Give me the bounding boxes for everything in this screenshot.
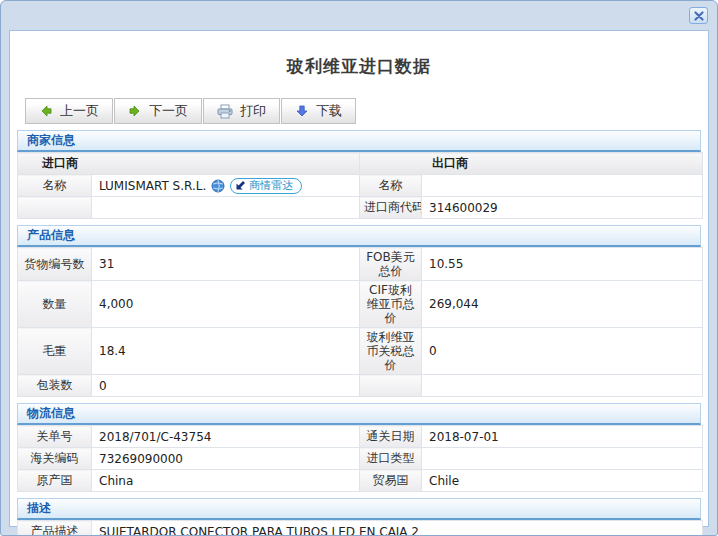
empty-label <box>360 375 422 397</box>
cif-total-label: CIF玻利维亚币总价 <box>360 281 422 328</box>
table-row: 毛重 18.4 玻利维亚币关税总价 0 <box>18 328 703 375</box>
empty-label <box>18 197 92 219</box>
clearance-date-label: 通关日期 <box>360 426 422 448</box>
importer-name-label: 名称 <box>18 175 92 197</box>
customs-no-label: 关单号 <box>18 426 92 448</box>
next-page-label: 下一页 <box>149 102 188 120</box>
table-row: 关单号 2018/701/C-43754 通关日期 2018-07-01 <box>18 426 703 448</box>
importer-header-cell: 进口商 <box>18 153 360 175</box>
product-table: 货物编号数 31 FOB美元总价 10.55 数量 4,000 CIF玻利维亚币… <box>17 247 703 397</box>
tariff-total-label: 玻利维亚币关税总价 <box>360 328 422 375</box>
trade-country-value: Chile <box>422 470 703 492</box>
print-button[interactable]: 打印 <box>203 98 280 124</box>
merchant-table: 进口商 出口商 名称 LUMISMART S.R.L. <box>17 152 703 219</box>
product-description-label: 产品描述 <box>18 521 92 536</box>
table-row: 产品描述 SUJETARDOR CONECTOR PARA TUBOS LED … <box>18 521 703 536</box>
description-table: 产品描述 SUJETARDOR CONECTOR PARA TUBOS LED … <box>17 520 703 536</box>
importer-name-cell: LUMISMART S.R.L. <box>92 175 360 197</box>
cargo-count-label: 货物编号数 <box>18 248 92 281</box>
radar-arrow-icon <box>235 180 246 191</box>
importer-code-value: 314600029 <box>422 197 703 219</box>
download-label: 下载 <box>316 102 342 120</box>
table-row: 包装数 0 <box>18 375 703 397</box>
exporter-name-value <box>422 175 703 197</box>
page-title: 玻利维亚进口数据 <box>10 55 708 78</box>
prev-page-button[interactable]: 上一页 <box>25 98 113 124</box>
table-row: 数量 4,000 CIF玻利维亚币总价 269,044 <box>18 281 703 328</box>
origin-country-value: China <box>92 470 360 492</box>
tariff-total-value: 0 <box>422 328 703 375</box>
hs-code-label: 海关编码 <box>18 448 92 470</box>
section-header-merchant: 商家信息 <box>17 130 701 152</box>
cif-total-value: 269,044 <box>422 281 703 328</box>
cargo-count-value: 31 <box>92 248 360 281</box>
origin-country-label: 原产国 <box>18 470 92 492</box>
trade-country-label: 贸易国 <box>360 470 422 492</box>
customs-no-value: 2018/701/C-43754 <box>92 426 360 448</box>
empty-value <box>422 375 703 397</box>
section-header-product: 产品信息 <box>17 225 701 247</box>
table-row: 进口商 出口商 <box>18 153 703 175</box>
logistics-table: 关单号 2018/701/C-43754 通关日期 2018-07-01 海关编… <box>17 425 703 492</box>
green-arrow-right-icon <box>128 104 142 118</box>
empty-value <box>92 197 360 219</box>
product-description-value: SUJETARDOR CONECTOR PARA TUBOS LED EN CA… <box>92 521 703 536</box>
importer-code-label: 进口商代码 <box>360 197 422 219</box>
hs-code-value: 73269090000 <box>92 448 360 470</box>
section-header-logistics: 物流信息 <box>17 403 701 425</box>
fob-usd-label: FOB美元总价 <box>360 248 422 281</box>
importer-name-value: LUMISMART S.R.L. <box>99 179 206 193</box>
prev-page-label: 上一页 <box>60 102 99 120</box>
next-page-button[interactable]: 下一页 <box>114 98 202 124</box>
table-row: 货物编号数 31 FOB美元总价 10.55 <box>18 248 703 281</box>
radar-badge-label: 商情雷达 <box>249 178 293 193</box>
fob-usd-value: 10.55 <box>422 248 703 281</box>
print-label: 打印 <box>240 102 266 120</box>
gross-weight-value: 18.4 <box>92 328 360 375</box>
sections: 商家信息 进口商 出口商 名称 LUMISMART S.R.L. <box>10 130 708 536</box>
dialog-panel: 玻利维亚进口数据 上一页 下一页 <box>9 30 709 527</box>
clearance-date-value: 2018-07-01 <box>422 426 703 448</box>
printer-icon <box>217 104 233 119</box>
quantity-value: 4,000 <box>92 281 360 328</box>
package-count-label: 包装数 <box>18 375 92 397</box>
table-row: 名称 LUMISMART S.R.L. <box>18 175 703 197</box>
section-header-description: 描述 <box>17 498 701 520</box>
import-type-label: 进口类型 <box>360 448 422 470</box>
download-button[interactable]: 下载 <box>281 98 356 124</box>
table-row: 海关编码 73269090000 进口类型 <box>18 448 703 470</box>
quantity-label: 数量 <box>18 281 92 328</box>
table-row: 原产国 China 贸易国 Chile <box>18 470 703 492</box>
exporter-header-cell: 出口商 <box>360 153 703 175</box>
close-icon <box>694 11 704 21</box>
dialog-window: 玻利维亚进口数据 上一页 下一页 <box>0 0 718 536</box>
green-arrow-left-icon <box>39 104 53 118</box>
exporter-name-label: 名称 <box>360 175 422 197</box>
close-button[interactable] <box>689 7 708 24</box>
toolbar: 上一页 下一页 打印 <box>25 98 708 124</box>
gross-weight-label: 毛重 <box>18 328 92 375</box>
blue-arrow-down-icon <box>295 104 309 118</box>
table-row: 进口商代码 314600029 <box>18 197 703 219</box>
import-type-value <box>422 448 703 470</box>
package-count-value: 0 <box>92 375 360 397</box>
radar-badge[interactable]: 商情雷达 <box>230 178 302 194</box>
globe-icon[interactable] <box>211 179 225 193</box>
